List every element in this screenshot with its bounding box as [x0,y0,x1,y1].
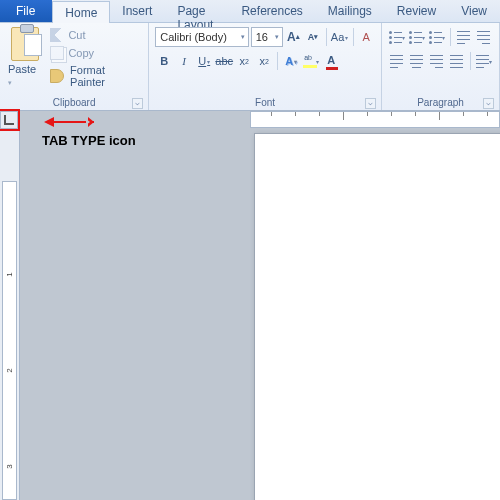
paintbrush-icon [50,69,64,83]
multilevel-list-button[interactable] [428,27,446,47]
font-name-combo[interactable]: Calibri (Body) [155,27,248,47]
copy-button[interactable]: Copy [49,45,142,61]
tab-review[interactable]: Review [385,0,449,22]
vertical-ruler-scale: 1 2 3 [2,181,17,500]
justify-icon [450,54,464,68]
tab-view[interactable]: View [449,0,500,22]
scissors-icon [50,28,64,42]
line-spacing-icon [476,54,488,68]
strikethrough-button[interactable]: abc [215,51,233,71]
align-right-button[interactable] [428,51,446,71]
align-right-icon [430,54,444,68]
highlight-button[interactable] [302,51,320,71]
justify-button[interactable] [448,51,466,71]
paragraph-group-label: Paragraph [386,96,495,110]
paste-button[interactable]: Paste [4,25,45,89]
copy-icon [50,46,64,60]
clipboard-icon [11,27,39,61]
tab-home[interactable]: Home [52,1,110,23]
tab-mailings[interactable]: Mailings [316,0,385,22]
tab-stop-icon [4,115,14,125]
highlighter-icon [303,54,315,68]
ruler-mark: 2 [5,368,14,372]
text-effects-button[interactable]: A [282,51,300,71]
separator [450,28,451,46]
separator [277,52,278,70]
tab-type-selector[interactable] [0,111,18,129]
ruler-mark: 1 [5,272,14,276]
italic-button[interactable]: I [175,51,193,71]
bullets-button[interactable] [388,27,406,47]
grow-font-button[interactable]: A▴ [285,27,302,47]
bullets-icon [389,30,401,44]
format-painter-button[interactable]: Format Painter [49,63,142,89]
font-size-combo[interactable]: 16 [251,27,283,47]
indent-icon [477,30,491,44]
separator [326,28,327,46]
tab-page-layout[interactable]: Page Layout [165,0,229,22]
tab-insert[interactable]: Insert [110,0,165,22]
underline-button[interactable]: U [195,51,213,71]
separator [470,52,471,70]
vertical-ruler[interactable]: 1 2 3 [0,111,20,500]
subscript-button[interactable]: x2 [235,51,253,71]
align-left-button[interactable] [388,51,406,71]
decrease-indent-button[interactable] [455,27,473,47]
align-center-button[interactable] [408,51,426,71]
ruler-mark: 3 [5,464,14,468]
tab-references[interactable]: References [229,0,315,22]
bold-button[interactable]: B [155,51,173,71]
document-page[interactable] [254,133,500,500]
annotation-arrow [44,117,94,127]
outdent-icon [457,30,471,44]
clipboard-group-label: Clipboard [4,96,144,110]
tab-file[interactable]: File [0,0,52,22]
superscript-button[interactable]: x2 [255,51,273,71]
horizontal-ruler[interactable] [250,111,500,128]
shrink-font-button[interactable]: A▾ [304,27,321,47]
clear-formatting-button[interactable]: A [358,27,375,47]
multilevel-icon [429,30,441,44]
annotation-text: TAB TYPE icon [42,133,136,148]
font-color-button[interactable]: A [322,51,340,71]
numbering-icon [409,30,421,44]
font-group-label: Font [153,96,377,110]
change-case-button[interactable]: Aa [331,27,349,47]
separator [353,28,354,46]
align-left-icon [390,54,404,68]
line-spacing-button[interactable] [475,51,493,71]
paste-label: Paste [8,63,41,87]
numbering-button[interactable] [408,27,426,47]
cut-button[interactable]: Cut [49,27,142,43]
increase-indent-button[interactable] [475,27,493,47]
align-center-icon [410,54,424,68]
